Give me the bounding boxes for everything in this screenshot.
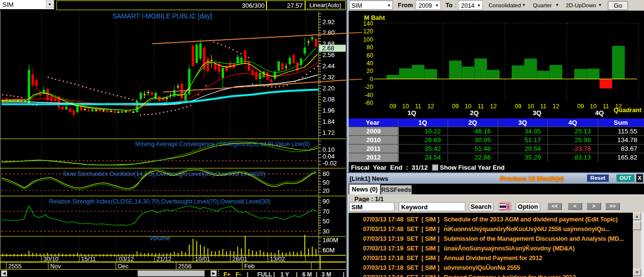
svg-text:12: 12 — [427, 103, 434, 110]
svg-text:11: 11 — [602, 103, 609, 110]
svg-text:Feb: Feb — [244, 263, 255, 270]
svg-text:09: 09 — [577, 103, 584, 110]
svg-text:10: 10 — [590, 103, 597, 110]
svg-text:11: 11 — [477, 103, 484, 110]
svg-text:10: 10 — [465, 103, 472, 110]
svg-text:09: 09 — [452, 103, 459, 110]
svg-text:60: 60 — [366, 52, 373, 59]
svg-text:2556: 2556 — [178, 263, 192, 270]
svg-text:140: 140 — [363, 20, 373, 27]
svg-text:1Q: 1Q — [407, 109, 416, 117]
svg-text:21/12: 21/12 — [156, 256, 171, 262]
svg-text:2Q: 2Q — [470, 109, 479, 117]
svg-text:-60: -60 — [364, 100, 373, 106]
svg-text:09: 09 — [390, 103, 396, 110]
svg-text:80: 80 — [366, 44, 373, 51]
svg-text:10/01: 10/01 — [195, 256, 210, 262]
svg-text:13/02: 13/02 — [270, 256, 285, 262]
svg-text:2555: 2555 — [8, 263, 22, 270]
svg-text:30/10: 30/10 — [43, 256, 58, 262]
svg-text:0: 0 — [370, 76, 373, 83]
svg-text:10: 10 — [527, 103, 534, 110]
svg-text:Nov: Nov — [50, 263, 61, 270]
svg-text:09: 09 — [515, 103, 521, 110]
svg-text:3Q: 3Q — [532, 109, 541, 117]
svg-text:15/11: 15/11 — [81, 256, 96, 262]
svg-text:12: 12 — [553, 103, 560, 110]
svg-text:Quadrant: Quadrant — [614, 106, 642, 114]
svg-text:100: 100 — [363, 36, 373, 43]
svg-text:-20: -20 — [364, 84, 373, 90]
svg-text:12: 12 — [490, 103, 497, 110]
svg-text:40: 40 — [366, 60, 373, 67]
svg-text:-40: -40 — [364, 92, 373, 99]
svg-text:11: 11 — [415, 103, 421, 110]
svg-text:11: 11 — [540, 103, 546, 110]
svg-text:20: 20 — [366, 68, 373, 74]
svg-text:28/01: 28/01 — [232, 256, 247, 262]
svg-text:120: 120 — [363, 28, 373, 35]
svg-text:Dec: Dec — [118, 263, 128, 270]
svg-text:03/12: 03/12 — [119, 256, 134, 262]
svg-text:4Q: 4Q — [595, 109, 604, 117]
svg-text:10: 10 — [402, 103, 409, 110]
